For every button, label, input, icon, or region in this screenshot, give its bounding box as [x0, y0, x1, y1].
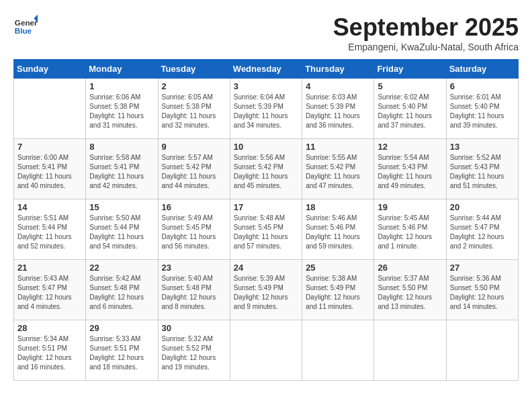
day-number: 28 — [17, 323, 82, 333]
day-info: Sunrise: 5:50 AM Sunset: 5:44 PM Dayligh… — [89, 214, 154, 251]
day-info: Sunrise: 5:37 AM Sunset: 5:50 PM Dayligh… — [378, 274, 442, 312]
calendar-cell — [230, 320, 302, 381]
day-of-week-friday: Friday — [374, 60, 446, 79]
day-info: Sunrise: 5:32 AM Sunset: 5:52 PM Dayligh… — [162, 334, 226, 372]
day-info: Sunrise: 5:45 AM Sunset: 5:46 PM Dayligh… — [378, 214, 442, 251]
day-of-week-thursday: Thursday — [302, 60, 374, 79]
day-number: 22 — [89, 263, 154, 273]
day-number: 4 — [306, 81, 370, 91]
calendar-cell: 7Sunrise: 6:00 AM Sunset: 5:41 PM Daylig… — [14, 139, 86, 199]
calendar-cell: 27Sunrise: 5:36 AM Sunset: 5:50 PM Dayli… — [446, 260, 518, 320]
day-info: Sunrise: 5:46 AM Sunset: 5:46 PM Dayligh… — [306, 214, 370, 251]
calendar-cell — [302, 320, 374, 381]
day-number: 13 — [450, 142, 515, 152]
calendar-cell — [446, 320, 518, 381]
header: General Blue September 2025 Empangeni, K… — [13, 13, 519, 52]
day-number: 19 — [378, 202, 442, 212]
calendar-cell: 13Sunrise: 5:52 AM Sunset: 5:43 PM Dayli… — [446, 139, 518, 199]
logo-icon: General Blue — [13, 13, 38, 38]
title-area: September 2025 Empangeni, KwaZulu-Natal,… — [333, 13, 519, 52]
calendar-cell: 17Sunrise: 5:48 AM Sunset: 5:45 PM Dayli… — [230, 199, 302, 260]
day-info: Sunrise: 5:40 AM Sunset: 5:48 PM Dayligh… — [162, 274, 226, 312]
day-info: Sunrise: 6:01 AM Sunset: 5:40 PM Dayligh… — [450, 93, 515, 130]
day-number: 29 — [89, 323, 154, 333]
day-number: 3 — [234, 81, 298, 91]
day-number: 24 — [234, 263, 298, 273]
calendar-cell: 30Sunrise: 5:32 AM Sunset: 5:52 PM Dayli… — [158, 320, 230, 381]
day-number: 20 — [450, 202, 515, 212]
calendar-cell: 1Sunrise: 6:06 AM Sunset: 5:38 PM Daylig… — [86, 79, 158, 139]
day-info: Sunrise: 6:04 AM Sunset: 5:39 PM Dayligh… — [234, 93, 298, 130]
day-number: 8 — [89, 142, 154, 152]
day-number: 18 — [306, 202, 370, 212]
calendar-cell: 21Sunrise: 5:43 AM Sunset: 5:47 PM Dayli… — [14, 260, 86, 320]
calendar-table: SundayMondayTuesdayWednesdayThursdayFrid… — [13, 59, 519, 381]
day-of-week-tuesday: Tuesday — [158, 60, 230, 79]
calendar-cell: 3Sunrise: 6:04 AM Sunset: 5:39 PM Daylig… — [230, 79, 302, 139]
calendar-header-row: SundayMondayTuesdayWednesdayThursdayFrid… — [14, 60, 519, 79]
day-number: 12 — [378, 142, 442, 152]
calendar-cell: 18Sunrise: 5:46 AM Sunset: 5:46 PM Dayli… — [302, 199, 374, 260]
calendar-cell: 11Sunrise: 5:55 AM Sunset: 5:42 PM Dayli… — [302, 139, 374, 199]
calendar-cell: 4Sunrise: 6:03 AM Sunset: 5:39 PM Daylig… — [302, 79, 374, 139]
day-of-week-wednesday: Wednesday — [230, 60, 302, 79]
day-number: 9 — [162, 142, 226, 152]
calendar-cell: 2Sunrise: 6:05 AM Sunset: 5:38 PM Daylig… — [158, 79, 230, 139]
calendar-cell: 23Sunrise: 5:40 AM Sunset: 5:48 PM Dayli… — [158, 260, 230, 320]
calendar-week-row: 1Sunrise: 6:06 AM Sunset: 5:38 PM Daylig… — [14, 79, 519, 139]
day-of-week-sunday: Sunday — [14, 60, 86, 79]
day-info: Sunrise: 6:00 AM Sunset: 5:41 PM Dayligh… — [17, 153, 82, 191]
day-number: 17 — [234, 202, 298, 212]
calendar-cell — [14, 79, 86, 139]
day-of-week-saturday: Saturday — [446, 60, 518, 79]
day-number: 6 — [450, 81, 515, 91]
logo: General Blue — [13, 13, 40, 38]
subtitle: Empangeni, KwaZulu-Natal, South Africa — [333, 42, 519, 52]
calendar-cell: 25Sunrise: 5:38 AM Sunset: 5:49 PM Dayli… — [302, 260, 374, 320]
day-info: Sunrise: 5:39 AM Sunset: 5:49 PM Dayligh… — [234, 274, 298, 312]
day-info: Sunrise: 5:38 AM Sunset: 5:49 PM Dayligh… — [306, 274, 370, 312]
day-info: Sunrise: 5:33 AM Sunset: 5:51 PM Dayligh… — [89, 334, 154, 372]
day-number: 11 — [306, 142, 370, 152]
day-info: Sunrise: 5:49 AM Sunset: 5:45 PM Dayligh… — [162, 214, 226, 251]
calendar-week-row: 28Sunrise: 5:34 AM Sunset: 5:51 PM Dayli… — [14, 320, 519, 381]
day-info: Sunrise: 5:56 AM Sunset: 5:42 PM Dayligh… — [234, 153, 298, 191]
day-info: Sunrise: 5:52 AM Sunset: 5:43 PM Dayligh… — [450, 153, 515, 191]
day-info: Sunrise: 5:48 AM Sunset: 5:45 PM Dayligh… — [234, 214, 298, 251]
day-number: 2 — [162, 81, 226, 91]
day-number: 14 — [17, 202, 82, 212]
calendar-week-row: 14Sunrise: 5:51 AM Sunset: 5:44 PM Dayli… — [14, 199, 519, 260]
day-of-week-monday: Monday — [86, 60, 158, 79]
day-number: 5 — [378, 81, 442, 91]
day-info: Sunrise: 6:05 AM Sunset: 5:38 PM Dayligh… — [162, 93, 226, 130]
calendar-cell: 5Sunrise: 6:02 AM Sunset: 5:40 PM Daylig… — [374, 79, 446, 139]
day-info: Sunrise: 5:51 AM Sunset: 5:44 PM Dayligh… — [17, 214, 82, 251]
day-info: Sunrise: 5:34 AM Sunset: 5:51 PM Dayligh… — [17, 334, 82, 372]
day-number: 16 — [162, 202, 226, 212]
day-number: 21 — [17, 263, 82, 273]
calendar-cell: 29Sunrise: 5:33 AM Sunset: 5:51 PM Dayli… — [86, 320, 158, 381]
day-info: Sunrise: 5:55 AM Sunset: 5:42 PM Dayligh… — [306, 153, 370, 191]
day-info: Sunrise: 5:57 AM Sunset: 5:42 PM Dayligh… — [162, 153, 226, 191]
calendar-cell: 16Sunrise: 5:49 AM Sunset: 5:45 PM Dayli… — [158, 199, 230, 260]
day-number: 26 — [378, 263, 442, 273]
calendar-cell: 12Sunrise: 5:54 AM Sunset: 5:43 PM Dayli… — [374, 139, 446, 199]
day-number: 1 — [89, 81, 154, 91]
day-info: Sunrise: 5:44 AM Sunset: 5:47 PM Dayligh… — [450, 214, 515, 251]
calendar-cell: 8Sunrise: 5:58 AM Sunset: 5:41 PM Daylig… — [86, 139, 158, 199]
calendar-cell — [374, 320, 446, 381]
month-title: September 2025 — [333, 13, 519, 42]
calendar-cell: 22Sunrise: 5:42 AM Sunset: 5:48 PM Dayli… — [86, 260, 158, 320]
day-info: Sunrise: 5:54 AM Sunset: 5:43 PM Dayligh… — [378, 153, 442, 191]
calendar-cell: 9Sunrise: 5:57 AM Sunset: 5:42 PM Daylig… — [158, 139, 230, 199]
svg-text:Blue: Blue — [15, 26, 32, 35]
calendar-cell: 26Sunrise: 5:37 AM Sunset: 5:50 PM Dayli… — [374, 260, 446, 320]
day-number: 27 — [450, 263, 515, 273]
calendar-cell: 10Sunrise: 5:56 AM Sunset: 5:42 PM Dayli… — [230, 139, 302, 199]
calendar-cell: 24Sunrise: 5:39 AM Sunset: 5:49 PM Dayli… — [230, 260, 302, 320]
calendar-week-row: 21Sunrise: 5:43 AM Sunset: 5:47 PM Dayli… — [14, 260, 519, 320]
day-info: Sunrise: 6:06 AM Sunset: 5:38 PM Dayligh… — [89, 93, 154, 130]
day-info: Sunrise: 5:36 AM Sunset: 5:50 PM Dayligh… — [450, 274, 515, 312]
calendar-week-row: 7Sunrise: 6:00 AM Sunset: 5:41 PM Daylig… — [14, 139, 519, 199]
calendar-cell: 14Sunrise: 5:51 AM Sunset: 5:44 PM Dayli… — [14, 199, 86, 260]
